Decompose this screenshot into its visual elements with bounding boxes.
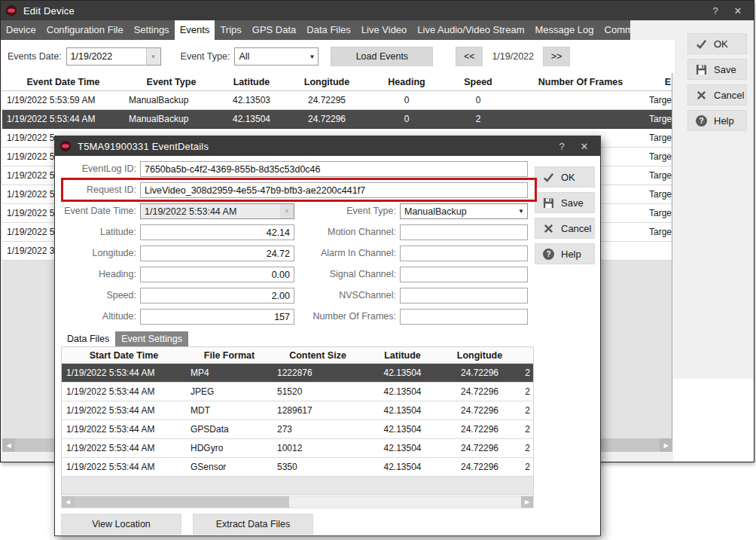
number-of-frames-field[interactable] bbox=[400, 309, 528, 325]
cancel-label: Cancel bbox=[561, 223, 591, 234]
alarm-in-channel-label: Alarm In Channel: bbox=[309, 246, 396, 261]
scrollbar-thumb[interactable] bbox=[74, 496, 289, 508]
cell: 24.72295 bbox=[285, 95, 369, 105]
heading-field[interactable] bbox=[140, 267, 294, 282]
tab-live-video[interactable]: Live Video bbox=[356, 20, 412, 40]
number-of-frames-label: Number Of Frames: bbox=[309, 309, 396, 325]
scroll-right-icon[interactable]: ▶ bbox=[521, 496, 533, 508]
help-button[interactable]: ? Help bbox=[687, 110, 747, 131]
tab-configuration-file[interactable]: Configuration File bbox=[41, 20, 129, 40]
window-help-icon[interactable]: ? bbox=[704, 5, 727, 17]
signal-channel-field[interactable] bbox=[400, 267, 528, 282]
tab-events[interactable]: Events bbox=[175, 20, 215, 40]
x-icon bbox=[696, 90, 707, 101]
tab-live-audio-video-stream[interactable]: Live Audio/Video Stream bbox=[412, 20, 529, 40]
event-type-combo[interactable]: All ▼ bbox=[234, 47, 319, 66]
dialog-close-icon[interactable]: ✕ bbox=[573, 141, 596, 152]
cell: 24.72296 bbox=[442, 386, 517, 397]
data-files-table: Start Date TimeFile FormatContent SizeLa… bbox=[61, 346, 534, 495]
cell: Content Size bbox=[273, 350, 363, 361]
speed-field[interactable] bbox=[140, 288, 294, 304]
longitude-field[interactable] bbox=[140, 246, 294, 261]
cell: Targe bbox=[649, 114, 672, 124]
tab-data-files[interactable]: Data Files bbox=[301, 20, 356, 40]
event-date-time-combo[interactable]: 1/19/2022 5:53:44 AM ▼ bbox=[140, 203, 294, 219]
load-events-button[interactable]: Load Events bbox=[331, 47, 433, 66]
ok-button[interactable]: OK bbox=[687, 33, 747, 54]
cell: 0 bbox=[369, 95, 444, 105]
scroll-left-icon[interactable]: ◀ bbox=[62, 496, 74, 508]
cell: ManualBackup bbox=[124, 95, 218, 105]
window-close-icon[interactable]: ✕ bbox=[727, 5, 749, 17]
chevron-down-icon[interactable]: ▼ bbox=[280, 204, 294, 218]
cell: 1222876 bbox=[273, 368, 363, 378]
tab-message-log[interactable]: Message Log bbox=[529, 20, 599, 40]
app-icon bbox=[59, 140, 72, 152]
save-label: Save bbox=[714, 64, 736, 75]
extract-data-files-button[interactable]: Extract Data Files bbox=[193, 514, 313, 535]
cell: Targe bbox=[649, 151, 672, 162]
table-row[interactable]: 1/19/2022 5:53:44 AMGPSData27342.1350424… bbox=[62, 420, 533, 439]
table-row[interactable]: 1/19/2022 5:53:44 AMHDGyro1001242.135042… bbox=[62, 439, 533, 458]
chevron-down-icon[interactable]: ▼ bbox=[306, 53, 318, 60]
previous-day-button[interactable]: << bbox=[456, 47, 483, 66]
tab-data-files-detail[interactable]: Data Files bbox=[61, 331, 115, 346]
table-row-selected[interactable]: 1/19/2022 5:53:44 AMManualBackup42.13504… bbox=[2, 110, 672, 129]
cell: E bbox=[649, 77, 672, 87]
cancel-label: Cancel bbox=[714, 90, 744, 101]
tab-event-settings[interactable]: Event Settings bbox=[115, 331, 188, 346]
event-type-value: All bbox=[235, 51, 306, 62]
dialog-help-icon[interactable]: ? bbox=[550, 141, 573, 152]
cell: GPSData bbox=[186, 424, 273, 435]
table-row-selected[interactable]: 1/19/2022 5:53:44 AMMP4122287642.1350424… bbox=[62, 364, 533, 383]
cell: 273 bbox=[273, 424, 363, 435]
table-row[interactable]: 1/19/2022 5:53:44 AMGSensor535042.135042… bbox=[62, 458, 533, 477]
x-icon bbox=[543, 223, 554, 234]
event-type-label: Event Type: bbox=[181, 51, 230, 62]
tab-command-queue[interactable]: Command Queue bbox=[599, 20, 630, 40]
dialog-event-type-combo[interactable]: ManualBackup ▼ bbox=[400, 203, 528, 219]
cell: Number Of Frames bbox=[512, 77, 649, 87]
cancel-button[interactable]: Cancel bbox=[687, 84, 747, 105]
latitude-field[interactable] bbox=[140, 224, 294, 240]
chevron-down-icon[interactable]: ▼ bbox=[146, 48, 160, 65]
dialog-event-type-value: ManualBackup bbox=[401, 206, 515, 217]
data-files-hscrollbar[interactable]: ◀ ▶ bbox=[61, 496, 534, 508]
events-table-header: Event Date TimeEvent TypeLatitudeLongitu… bbox=[2, 73, 672, 91]
cell: 2 bbox=[444, 114, 512, 124]
dialog-cancel-button[interactable]: Cancel bbox=[535, 218, 595, 239]
request-id-field[interactable] bbox=[140, 182, 528, 198]
events-date-value: 1/19/2022 bbox=[67, 51, 146, 62]
table-row[interactable]: 1/19/2022 5:53:59 AMManualBackup42.13503… bbox=[2, 91, 672, 110]
motion-channel-label: Motion Channel: bbox=[309, 224, 396, 240]
scroll-right-icon[interactable]: ▶ bbox=[660, 438, 672, 452]
altitude-field[interactable] bbox=[140, 309, 294, 325]
table-row[interactable]: 1/19/2022 5:53:44 AMMDT128961742.1350424… bbox=[62, 401, 533, 420]
chevron-down-icon[interactable]: ▼ bbox=[515, 208, 527, 215]
cell: 42.13503 bbox=[218, 95, 285, 105]
eventlog-id-field[interactable] bbox=[140, 161, 528, 177]
tab-gps-data[interactable]: GPS Data bbox=[247, 20, 302, 40]
tab-device[interactable]: Device bbox=[1, 20, 41, 40]
view-location-button[interactable]: View Location bbox=[61, 514, 181, 535]
cell: 51520 bbox=[273, 386, 363, 397]
dialog-ok-button[interactable]: OK bbox=[535, 166, 595, 188]
scroll-left-icon[interactable]: ◀ bbox=[2, 438, 15, 452]
request-id-label: Request ID: bbox=[56, 182, 136, 198]
event-date-time-value: 1/19/2022 5:53:44 AM bbox=[141, 206, 280, 217]
motion-channel-field[interactable] bbox=[400, 224, 528, 240]
cell: Targe bbox=[649, 95, 672, 105]
cell: Longitude bbox=[442, 350, 517, 361]
events-date-combo[interactable]: 1/19/2022 ▼ bbox=[66, 47, 161, 66]
next-day-button[interactable]: >> bbox=[543, 47, 570, 66]
alarm-in-channel-field[interactable] bbox=[400, 246, 528, 261]
nvs-channel-field[interactable] bbox=[400, 288, 528, 304]
dialog-save-button[interactable]: Save bbox=[535, 192, 595, 213]
cell: 1/19/2022 5:53:44 AM bbox=[62, 405, 186, 416]
cell: 42.13504 bbox=[363, 368, 442, 378]
tab-trips[interactable]: Trips bbox=[215, 20, 246, 40]
save-button[interactable]: Save bbox=[687, 59, 747, 80]
tab-settings[interactable]: Settings bbox=[129, 20, 175, 40]
dialog-help-button[interactable]: ? Help bbox=[535, 243, 595, 264]
table-row[interactable]: 1/19/2022 5:53:44 AMJPEG5152042.1350424.… bbox=[62, 383, 533, 401]
